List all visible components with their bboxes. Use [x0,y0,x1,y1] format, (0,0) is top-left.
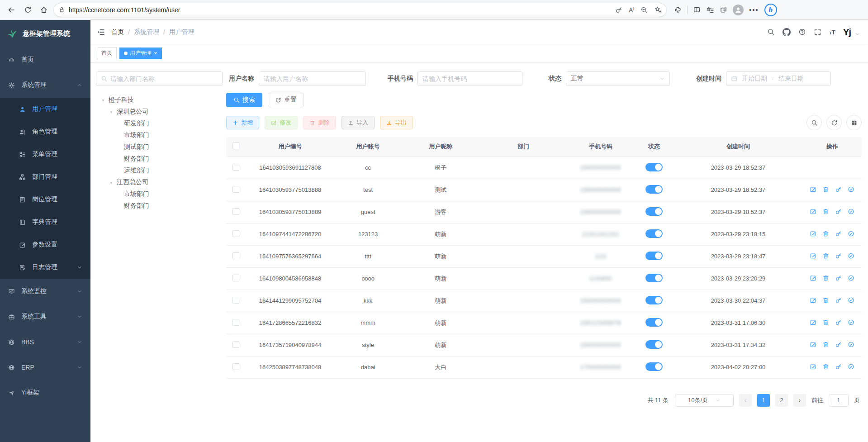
username-input[interactable] [259,71,366,86]
row-assign-role-icon[interactable] [848,186,854,193]
caret-down-icon[interactable]: ▾ [100,98,106,103]
sidebar-item-dept-management[interactable]: 部门管理 [0,166,90,188]
row-edit-icon[interactable] [810,275,816,281]
page-size-select[interactable]: 10条/页 [675,394,734,407]
sidebar-item-erp[interactable]: ERP [0,355,90,380]
browser-home-button[interactable] [37,3,51,17]
row-checkbox[interactable] [232,319,239,326]
status-toggle[interactable] [645,340,663,349]
row-assign-role-icon[interactable] [848,208,854,215]
extensions-icon[interactable] [674,6,682,14]
row-checkbox[interactable] [232,230,239,237]
avatar-caret-icon[interactable] [855,32,860,37]
tree-node-branch[interactable]: ▾江西总公司 [96,176,223,188]
row-delete-icon[interactable] [822,363,829,370]
header-search-icon[interactable] [767,28,775,36]
department-search-input[interactable] [110,75,218,82]
tree-node-branch[interactable]: ▾深圳总公司 [96,106,223,118]
sidebar-item-system-management[interactable]: 系统管理 [0,72,90,98]
export-button[interactable]: 导出 [380,116,413,129]
row-checkbox[interactable] [232,252,239,259]
status-toggle[interactable] [645,274,663,282]
sidebar-fold-icon[interactable] [97,28,105,36]
caret-down-icon[interactable]: ▾ [109,109,114,114]
read-aloud-icon[interactable]: A) [629,6,634,14]
row-reset-password-icon[interactable] [835,252,842,259]
row-reset-password-icon[interactable] [835,297,842,304]
row-delete-icon[interactable] [822,208,829,215]
status-toggle[interactable] [645,229,663,238]
row-assign-role-icon[interactable] [848,252,854,259]
row-checkbox[interactable] [232,208,239,215]
row-edit-icon[interactable] [810,297,816,304]
favorite-add-icon[interactable] [654,6,662,14]
row-edit-icon[interactable] [810,186,816,193]
row-assign-role-icon[interactable] [848,297,854,304]
delete-button[interactable]: 删除 [303,116,336,129]
edit-button[interactable]: 修改 [265,116,298,129]
caret-down-icon[interactable]: ▾ [109,180,114,185]
status-toggle[interactable] [645,185,663,194]
sidebar-item-user-management[interactable]: 用户管理 [0,98,90,120]
row-edit-icon[interactable] [810,230,816,237]
tree-node-dept[interactable]: 研发部门 [96,118,223,129]
row-edit-icon[interactable] [810,319,816,326]
help-icon[interactable] [798,28,806,36]
address-bar[interactable]: https://ccnetcore.com:1101/system/user A… [53,3,667,17]
row-assign-role-icon[interactable] [848,341,854,348]
row-edit-icon[interactable] [810,363,816,370]
favorites-bar-icon[interactable] [706,6,714,14]
fullscreen-icon[interactable] [814,28,821,36]
text-size-icon[interactable]: тT [829,29,835,36]
select-all-checkbox[interactable] [232,143,239,149]
sidebar-item-param-settings[interactable]: 参数设置 [0,233,90,256]
refresh-table-button[interactable] [826,115,842,130]
app-logo[interactable]: 意框架管理系统 [0,20,90,47]
tree-node-dept[interactable]: 运维部门 [96,165,223,176]
tree-node-dept[interactable]: 市场部门 [96,129,223,141]
github-icon[interactable] [783,28,791,36]
password-key-icon[interactable] [615,6,622,14]
status-toggle[interactable] [645,318,663,327]
status-toggle[interactable] [645,207,663,216]
department-search-box[interactable] [96,71,223,86]
row-reset-password-icon[interactable] [835,319,842,326]
prev-page-button[interactable]: ‹ [739,394,752,407]
row-assign-role-icon[interactable] [848,230,854,237]
tab-home[interactable]: 首页 [97,48,117,59]
row-reset-password-icon[interactable] [835,341,842,348]
row-edit-icon[interactable] [810,208,816,215]
add-button[interactable]: 新增 [226,116,259,129]
row-checkbox[interactable] [232,186,239,193]
next-page-button[interactable]: › [793,394,806,407]
row-edit-icon[interactable] [810,341,816,348]
show-search-toggle-button[interactable] [806,115,822,130]
browser-profile-avatar[interactable] [733,5,744,15]
row-edit-icon[interactable] [810,252,816,259]
row-checkbox[interactable] [232,341,239,348]
user-avatar-logo[interactable]: Yj [843,28,851,37]
split-screen-icon[interactable] [693,6,701,14]
row-reset-password-icon[interactable] [835,230,842,237]
row-checkbox[interactable] [232,164,239,171]
tree-node-dept[interactable]: 财务部门 [96,153,223,165]
tab-close-icon[interactable]: × [154,50,157,56]
row-delete-icon[interactable] [822,319,829,326]
status-toggle[interactable] [645,296,663,304]
breadcrumb-home[interactable]: 首页 [111,28,124,36]
sidebar-item-log-management[interactable]: 日志管理 [0,256,90,279]
sidebar-item-home[interactable]: 首页 [0,47,90,72]
row-assign-role-icon[interactable] [848,275,854,281]
sidebar-item-post-management[interactable]: 岗位管理 [0,188,90,211]
sidebar-item-menu-management[interactable]: 菜单管理 [0,143,90,166]
lock-icon[interactable] [58,6,65,13]
status-toggle[interactable] [645,163,663,171]
sidebar-item-dict-management[interactable]: 字典管理 [0,211,90,233]
tab-user-management[interactable]: 用户管理 × [119,48,162,59]
row-reset-password-icon[interactable] [835,208,842,215]
url-text[interactable]: https://ccnetcore.com:1101/system/user [69,6,612,14]
row-delete-icon[interactable] [822,341,829,348]
row-delete-icon[interactable] [822,186,829,193]
browser-refresh-button[interactable] [21,3,34,17]
date-range-picker[interactable]: 开始日期 - 结束日期 [726,71,831,86]
